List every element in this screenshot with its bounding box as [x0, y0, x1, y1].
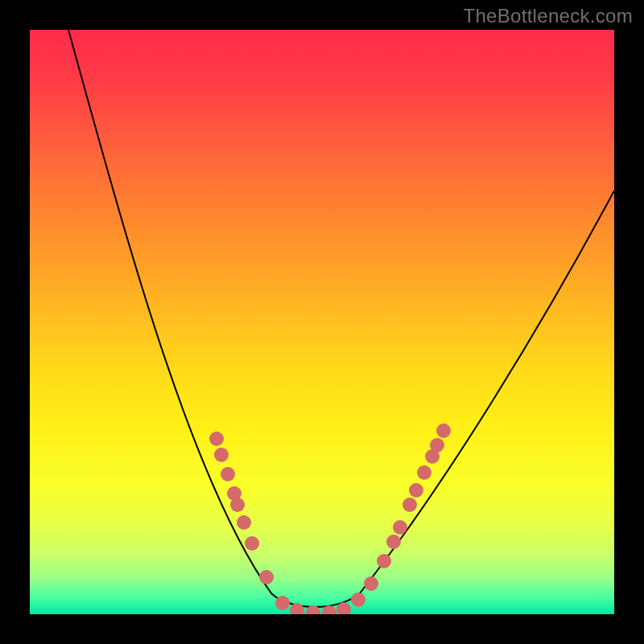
bottleneck-curve-path — [68, 30, 614, 607]
bottleneck-curve-svg — [30, 30, 614, 614]
curve-marker — [209, 431, 224, 446]
curve-marker — [386, 535, 401, 549]
curve-marker — [393, 520, 407, 535]
curve-marker — [364, 576, 378, 591]
curve-marker — [351, 592, 365, 607]
watermark-text: TheBottleneck.com — [463, 5, 633, 27]
chart-frame: TheBottleneck.com — [0, 0, 644, 644]
curve-marker — [377, 554, 391, 568]
curve-marker — [409, 483, 423, 497]
curve-marker — [221, 467, 235, 481]
curve-marker — [402, 497, 417, 512]
curve-marker — [275, 596, 290, 610]
chart-plot-area — [30, 30, 614, 614]
curve-marker — [237, 515, 251, 530]
curve-marker — [245, 536, 259, 551]
curve-marker — [214, 448, 229, 462]
curve-marker — [436, 423, 451, 438]
curve-marker — [230, 497, 245, 512]
curve-marker — [259, 570, 274, 584]
curve-marker — [430, 438, 444, 452]
curve-marker — [417, 465, 431, 480]
